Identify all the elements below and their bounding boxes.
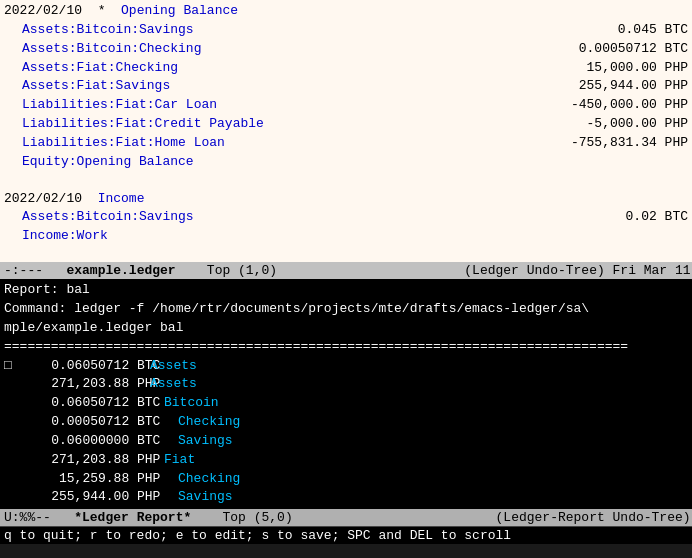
entry-checkbox xyxy=(4,413,20,432)
entry-account: Savings xyxy=(150,488,233,507)
posting-line: Assets:Bitcoin:Savings 0.045 BTC xyxy=(0,21,692,40)
report-modeline-extra: (Ledger-Report Undo-Tree) Fri Mar xyxy=(496,510,692,525)
posting-line: Equity:Opening Balance xyxy=(0,153,692,172)
transaction-2: 2022/02/10 Income Assets:Bitcoin:Savings… xyxy=(0,188,692,249)
blank-line xyxy=(0,248,692,262)
entry-account: Fiat xyxy=(150,451,195,470)
posting-line: Liabilities:Fiat:Home Loan -755,831.34 P… xyxy=(0,134,692,153)
entry-amount: 255,944.00 PHP xyxy=(20,488,150,507)
modeline-filename: example.ledger xyxy=(66,263,175,278)
report-entry-1: 271,203.88 PHP Assets xyxy=(0,375,692,394)
transaction-1: 2022/02/10 * Opening Balance Assets:Bitc… xyxy=(0,0,692,174)
posting-account: Liabilities:Fiat:Home Loan xyxy=(22,134,322,153)
entry-amount: 271,203.88 PHP xyxy=(20,451,150,470)
posting-amount: -755,831.34 PHP xyxy=(322,134,692,153)
entry-checkbox xyxy=(4,394,20,413)
report-title: Report: bal xyxy=(0,281,692,300)
report-separator: ========================================… xyxy=(0,338,692,357)
posting-account: Income:Work xyxy=(22,227,322,246)
modeline-mode: -:--- xyxy=(4,263,43,278)
posting-amount xyxy=(322,153,692,172)
transaction-2-date: 2022/02/10 xyxy=(4,191,82,206)
entry-amount: 0.06050712 BTC xyxy=(20,357,150,376)
posting-line: Assets:Bitcoin:Savings 0.02 BTC xyxy=(0,208,692,227)
posting-amount: -450,000.00 PHP xyxy=(322,96,692,115)
posting-amount: 0.00050712 BTC xyxy=(322,40,692,59)
posting-line: Liabilities:Fiat:Car Loan -450,000.00 PH… xyxy=(0,96,692,115)
transaction-1-star: * xyxy=(98,3,106,18)
posting-account: Equity:Opening Balance xyxy=(22,153,322,172)
report-entry-3: 0.00050712 BTC Checking xyxy=(0,413,692,432)
report-entry-2: 0.06050712 BTC Bitcoin xyxy=(0,394,692,413)
posting-amount: 0.045 BTC xyxy=(322,21,692,40)
transaction-1-date: 2022/02/10 xyxy=(4,3,82,18)
entry-checkbox xyxy=(4,451,20,470)
modeline-extra: (Ledger Undo-Tree) Fri Mar 11 10:54 xyxy=(464,263,692,278)
posting-account: Assets:Bitcoin:Checking xyxy=(22,40,322,59)
report-modeline-filename: *Ledger Report* xyxy=(74,510,191,525)
entry-account: Bitcoin xyxy=(150,394,219,413)
minibuffer: q to quit; r to redo; e to edit; s to sa… xyxy=(0,526,692,544)
posting-line: Assets:Fiat:Savings 255,944.00 PHP xyxy=(0,77,692,96)
posting-line: Assets:Fiat:Checking 15,000.00 PHP xyxy=(0,59,692,78)
editor-area: 2022/02/10 * Opening Balance Assets:Bitc… xyxy=(0,0,692,262)
posting-amount: 15,000.00 PHP xyxy=(322,59,692,78)
entry-account: Assets xyxy=(150,357,197,376)
report-entry-6: 15,259.88 PHP Checking xyxy=(0,470,692,489)
report-command2: mple/example.ledger bal xyxy=(0,319,692,338)
posting-line: Assets:Bitcoin:Checking 0.00050712 BTC xyxy=(0,40,692,59)
posting-account: Liabilities:Fiat:Credit Payable xyxy=(22,115,322,134)
entry-amount: 0.06050712 BTC xyxy=(20,394,150,413)
posting-amount: -5,000.00 PHP xyxy=(322,115,692,134)
report-command: Command: ledger -f /home/rtr/documents/p… xyxy=(0,300,692,319)
entry-checkbox xyxy=(4,488,20,507)
posting-account: Assets:Bitcoin:Savings xyxy=(22,21,322,40)
report-area: Report: bal Command: ledger -f /home/rtr… xyxy=(0,279,692,509)
entry-account: Assets xyxy=(150,375,197,394)
posting-amount: 0.02 BTC xyxy=(322,208,692,227)
entry-checkbox xyxy=(4,375,20,394)
report-entry-0: □ 0.06050712 BTC Assets xyxy=(0,357,692,376)
entry-amount: 15,259.88 PHP xyxy=(20,470,150,489)
entry-checkbox: □ xyxy=(4,357,20,376)
entry-account: Savings xyxy=(150,432,233,451)
report-entry-7: 255,944.00 PHP Savings xyxy=(0,488,692,507)
entry-account: Checking xyxy=(150,413,240,432)
transaction-2-desc: Income xyxy=(98,191,145,206)
modeline-position: Top (1,0) xyxy=(207,263,277,278)
entry-checkbox xyxy=(4,432,20,451)
report-entry-5: 271,203.88 PHP Fiat xyxy=(0,451,692,470)
posting-account: Liabilities:Fiat:Car Loan xyxy=(22,96,322,115)
transaction-2-header: 2022/02/10 Income xyxy=(0,190,692,209)
report-entry-4: 0.06000000 BTC Savings xyxy=(0,432,692,451)
posting-account: Assets:Fiat:Checking xyxy=(22,59,322,78)
posting-line: Liabilities:Fiat:Credit Payable -5,000.0… xyxy=(0,115,692,134)
transaction-1-desc: Opening Balance xyxy=(121,3,238,18)
transaction-1-header: 2022/02/10 * Opening Balance xyxy=(0,2,692,21)
entry-account: Checking xyxy=(150,470,240,489)
entry-amount: 271,203.88 PHP xyxy=(20,375,150,394)
editor-modeline: -:--- example.ledger Top (1,0) (Ledger U… xyxy=(0,262,692,279)
posting-account: Assets:Bitcoin:Savings xyxy=(22,208,322,227)
entry-amount: 0.06000000 BTC xyxy=(20,432,150,451)
posting-line: Income:Work xyxy=(0,227,692,246)
entry-checkbox xyxy=(4,470,20,489)
report-modeline: U:%%-- *Ledger Report* Top (5,0) (Ledger… xyxy=(0,509,692,526)
report-modeline-mode: U:%%-- xyxy=(4,510,51,525)
report-modeline-position: Top (5,0) xyxy=(222,510,292,525)
blank-line xyxy=(0,174,692,188)
posting-account: Assets:Fiat:Savings xyxy=(22,77,322,96)
posting-amount: 255,944.00 PHP xyxy=(322,77,692,96)
entry-amount: 0.00050712 BTC xyxy=(20,413,150,432)
